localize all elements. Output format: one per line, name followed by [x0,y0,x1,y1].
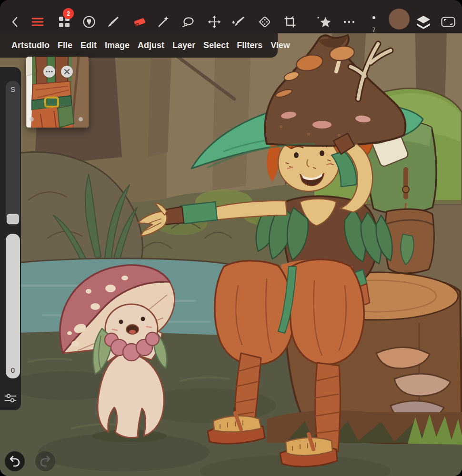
preview-resize-handle-left[interactable] [30,117,34,121]
menu-item-artstudio[interactable]: Artstudio [11,40,50,50]
brush-icon [106,15,120,29]
menu-icon [30,15,45,29]
adjustments-icon [4,392,17,404]
reference-preview-window[interactable] [26,57,89,128]
notification-badge: 2 [63,8,74,19]
main-menu-button[interactable] [30,14,46,30]
back-button[interactable] [7,14,23,30]
menu-item-file[interactable]: File [58,40,72,50]
left-sidebar: S 0 [0,67,21,410]
crop-button[interactable] [282,14,298,30]
size-slider-label: S [6,85,20,93]
brush-size-value: 7 [370,27,378,33]
eraser-icon [132,15,147,29]
pressure-pen-icon [82,15,96,29]
wet-brush-button[interactable] [230,14,246,30]
lasso-button[interactable] [180,14,196,30]
slider-settings-button[interactable] [3,391,18,405]
preview-more-button[interactable] [43,66,55,78]
pattern-fill-icon [258,15,272,29]
opacity-slider[interactable]: 0 [6,234,20,378]
undo-icon [8,455,21,468]
star-effects-button[interactable] [316,14,332,30]
size-slider[interactable]: S [6,81,20,226]
more-options-button[interactable] [341,14,357,30]
menu-item-filters[interactable]: Filters [237,40,262,50]
layers-icon [415,14,432,30]
ellipsis-icon [342,15,356,29]
opacity-slider-label: 0 [6,366,20,374]
magic-wand-icon [157,15,170,29]
back-chevron-icon [9,15,22,29]
size-slider-thumb[interactable] [7,214,19,224]
redo-icon [39,455,52,468]
menu-item-layer[interactable]: Layer [172,40,195,50]
menu-item-image[interactable]: Image [105,40,130,50]
redo-button[interactable] [35,451,55,471]
preview-close-button[interactable] [61,66,73,78]
menu-item-view[interactable]: View [271,40,290,50]
preview-ellipsis-icon [45,68,53,76]
canvas-view-icon [441,15,456,29]
undo-button[interactable] [5,451,25,471]
canvas-view-button[interactable] [440,14,456,30]
menu-item-select[interactable]: Select [203,40,229,50]
top-toolbar: 2 7 [0,0,462,33]
pressure-pen-button[interactable] [81,14,97,30]
lasso-icon [181,15,195,29]
move-icon [207,15,221,29]
layers-button[interactable] [415,14,432,30]
crop-icon [283,15,297,29]
menu-bar: Artstudio File Edit Image Adjust Layer S… [0,33,278,58]
close-icon [63,68,70,75]
brush-size-dot[interactable] [372,16,375,19]
preview-resize-handle-right[interactable] [79,117,83,121]
wet-brush-icon [231,15,245,29]
pattern-fill-button[interactable] [257,14,273,30]
menu-item-adjust[interactable]: Adjust [138,40,164,50]
menu-item-edit[interactable]: Edit [80,40,97,50]
paint-brush-button[interactable] [105,14,121,30]
magic-wand-button[interactable] [155,14,171,30]
star-icon [316,14,332,30]
app-window: 2 7 Artstudio File Edit Image Adjust Lay… [0,0,462,476]
eraser-tool-button[interactable] [131,14,148,30]
move-tool-button[interactable] [206,14,222,30]
color-swatch[interactable] [389,9,410,30]
